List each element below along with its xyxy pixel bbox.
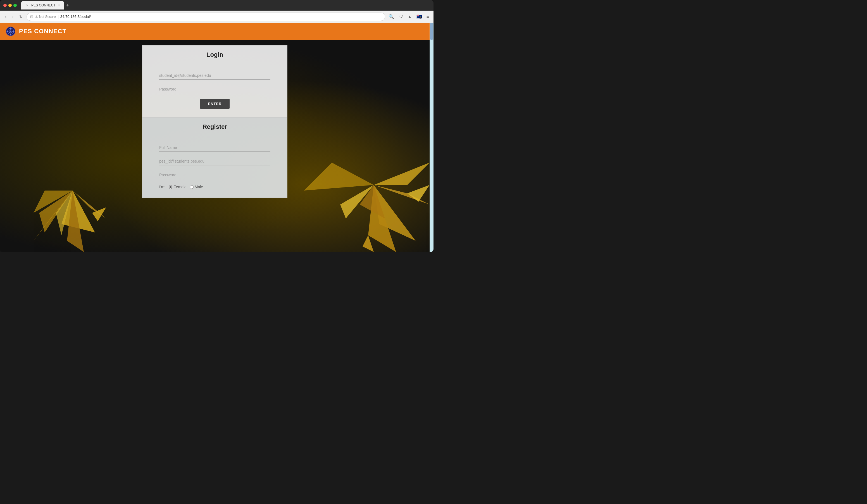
login-card: Login ENTER <box>142 45 287 117</box>
address-separator: | <box>57 14 58 19</box>
title-bar: ✕ PES CONNECT ✕ + <box>0 0 434 11</box>
close-window-button[interactable] <box>3 4 7 7</box>
login-email-input[interactable] <box>159 72 270 79</box>
profile-button[interactable]: 🇲🇸 <box>415 13 423 20</box>
toolbar-right: 🔍 🛡 ▲ 🇲🇸 ≡ <box>387 13 430 20</box>
forward-button[interactable]: › <box>10 13 15 20</box>
gender-female-radio[interactable] <box>169 185 172 189</box>
login-submit-button[interactable]: ENTER <box>200 99 229 109</box>
login-card-body: ENTER <box>142 63 287 117</box>
address-text: 34.70.186.3/social/ <box>60 14 382 19</box>
tab-favicon-icon: ✕ <box>25 3 29 7</box>
gender-label: I'm: <box>159 185 165 189</box>
svg-point-26 <box>7 31 8 32</box>
login-title: Login <box>154 51 276 58</box>
brave-shield-button[interactable]: 🛡 <box>397 13 404 20</box>
minimize-window-button[interactable] <box>8 4 12 7</box>
traffic-lights <box>3 4 17 7</box>
bookmark-icon: ⊡ <box>30 14 33 19</box>
toolbar: ‹ › ↻ ⊡ ⚠ Not Secure | 34.70.186.3/socia… <box>0 11 434 23</box>
search-button[interactable]: 🔍 <box>387 13 395 20</box>
address-bar[interactable]: ⊡ ⚠ Not Secure | 34.70.186.3/social/ <box>26 13 385 21</box>
gender-male-option[interactable]: Male <box>190 185 203 189</box>
register-card-header: Register <box>142 118 287 135</box>
forms-container: Login ENTER Register <box>142 45 287 198</box>
scrollbar[interactable] <box>430 23 434 252</box>
register-title: Register <box>154 123 276 130</box>
brave-rewards-button[interactable]: ▲ <box>406 13 413 20</box>
refresh-button[interactable]: ↻ <box>18 13 24 20</box>
gender-selector: I'm: Female Male <box>159 185 270 189</box>
menu-button[interactable]: ≡ <box>425 13 430 20</box>
scrollbar-thumb[interactable] <box>430 23 433 40</box>
tab-bar: ✕ PES CONNECT ✕ + <box>21 1 430 10</box>
register-password-input[interactable] <box>159 171 270 179</box>
gender-female-label: Female <box>173 185 186 189</box>
tab-close-icon[interactable]: ✕ <box>58 4 60 7</box>
register-card: Register I'm: Female <box>142 117 287 198</box>
gender-male-label: Male <box>195 185 203 189</box>
new-tab-button[interactable]: + <box>64 2 72 8</box>
back-button[interactable]: ‹ <box>3 13 8 20</box>
register-email-input[interactable] <box>159 157 270 165</box>
not-secure-icon: ⚠ <box>35 15 38 19</box>
register-card-body: I'm: Female Male <box>142 135 287 197</box>
security-label: Not Secure <box>39 15 56 19</box>
svg-point-27 <box>13 31 14 32</box>
login-card-header: Login <box>142 45 287 63</box>
app-title: PES CONNECT <box>19 28 66 35</box>
login-password-input[interactable] <box>159 85 270 93</box>
browser-content: PES CONNECT Login ENTER <box>0 23 434 252</box>
register-fullname-input[interactable] <box>159 143 270 152</box>
svg-point-24 <box>10 28 11 29</box>
browser-window: ✕ PES CONNECT ✕ + ‹ › ↻ ⊡ ⚠ Not Secure |… <box>0 0 434 252</box>
browser-tab-active[interactable]: ✕ PES CONNECT ✕ <box>21 1 64 10</box>
gender-female-option[interactable]: Female <box>169 185 186 189</box>
gender-male-radio[interactable] <box>190 185 194 189</box>
svg-point-25 <box>10 34 11 35</box>
security-indicator: ⚠ Not Secure <box>35 15 56 19</box>
tab-title: PES CONNECT <box>31 3 56 7</box>
app-logo-icon <box>6 26 15 36</box>
app-header: PES CONNECT <box>0 23 434 40</box>
page-content: Login ENTER Register <box>0 40 430 252</box>
maximize-window-button[interactable] <box>13 4 17 7</box>
